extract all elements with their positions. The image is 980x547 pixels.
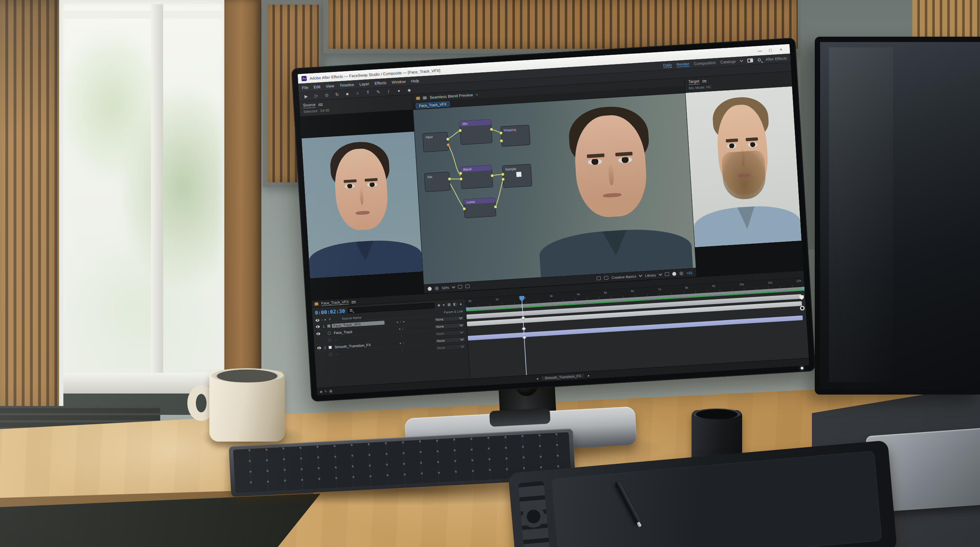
render-icon[interactable]: ◆ bbox=[320, 390, 323, 393]
zoom-tool[interactable]: ⊙ bbox=[324, 92, 330, 98]
menu-window[interactable]: Window bbox=[392, 80, 406, 84]
menu-file[interactable]: File bbox=[302, 85, 309, 90]
graph-editor-icon[interactable]: ▲ bbox=[459, 302, 463, 306]
current-timecode[interactable]: 0:00:02:30 bbox=[315, 308, 345, 315]
stopwatch-icon[interactable] bbox=[328, 332, 331, 335]
parent-dropdown[interactable]: None bbox=[434, 329, 465, 336]
preview-panel-title[interactable]: Seamless Blend Preview bbox=[430, 92, 473, 99]
menu-help[interactable]: Help bbox=[411, 78, 419, 83]
preview-panel-close-icon[interactable]: × bbox=[476, 92, 478, 97]
eye-icon[interactable] bbox=[315, 326, 320, 328]
layer-color-swatch[interactable] bbox=[328, 346, 332, 349]
brush-tool[interactable]: ● bbox=[396, 88, 402, 93]
type-tool[interactable]: T bbox=[365, 90, 371, 95]
grid-toggle-icon[interactable] bbox=[465, 285, 470, 288]
layer-switches[interactable]: / bbox=[387, 348, 417, 353]
maximize-button[interactable]: □ bbox=[765, 48, 776, 53]
ruler-label: 10s bbox=[739, 283, 744, 286]
parent-link-column[interactable]: Parent & Link bbox=[444, 310, 463, 314]
mask-tool[interactable]: ◆ bbox=[406, 87, 412, 93]
source-viewport[interactable] bbox=[300, 110, 424, 300]
layer-switches[interactable]: ●/ bbox=[387, 326, 415, 332]
brush-icon[interactable]: ✎ bbox=[325, 390, 327, 393]
panel-layout-icon[interactable] bbox=[748, 58, 754, 62]
mask-toggle-icon[interactable] bbox=[458, 285, 463, 289]
chevron-down-icon[interactable] bbox=[452, 285, 455, 288]
source-panel-tab[interactable]: Source bbox=[303, 102, 316, 108]
stopwatch-icon[interactable] bbox=[329, 353, 332, 356]
snapshot-icon[interactable] bbox=[604, 276, 609, 280]
library-select[interactable]: Library bbox=[645, 273, 656, 277]
shy-layers-icon[interactable] bbox=[799, 295, 804, 300]
eye-icon[interactable] bbox=[317, 347, 321, 350]
layer-switches[interactable]: ●/ bbox=[387, 340, 416, 346]
menu-edit[interactable]: Edit bbox=[313, 84, 320, 89]
parent-dropdown[interactable]: None bbox=[435, 337, 466, 343]
view-layout-icon[interactable] bbox=[665, 272, 670, 276]
exposure-icon[interactable] bbox=[672, 272, 676, 276]
menu-layer[interactable]: Layer bbox=[359, 81, 369, 86]
layer-switches[interactable]: / bbox=[387, 333, 416, 339]
panel-menu-icon[interactable] bbox=[702, 80, 706, 83]
eye-icon[interactable] bbox=[316, 332, 320, 336]
frame-blend-icon[interactable]: ▦ bbox=[447, 302, 451, 307]
layer-color-swatch[interactable] bbox=[327, 324, 331, 328]
composition-flowchart-icon[interactable]: ◆ bbox=[437, 303, 440, 307]
target-viewport[interactable] bbox=[686, 86, 803, 276]
status-prev-icon[interactable]: ◂ bbox=[536, 377, 538, 380]
preview-viewport[interactable]: Input Mix Mapping Set Blend Sample Luma bbox=[413, 93, 696, 285]
layer-name[interactable]: ··· bbox=[334, 349, 387, 356]
panel-menu-icon[interactable] bbox=[352, 300, 356, 304]
channel-icon[interactable] bbox=[435, 286, 439, 291]
selection-tool[interactable]: ▶ bbox=[303, 94, 309, 99]
comp-tab-face-track-vfx[interactable]: Face_Track_VFX bbox=[415, 101, 450, 109]
draft-3d-icon[interactable]: ● bbox=[443, 303, 445, 307]
color-icon[interactable] bbox=[679, 271, 684, 276]
panel-menu-icon[interactable] bbox=[318, 103, 323, 106]
chevron-down-icon[interactable] bbox=[639, 274, 643, 277]
region-icon[interactable] bbox=[597, 276, 601, 280]
pencil-tool[interactable]: ✎ bbox=[375, 89, 382, 95]
keyframe-icon[interactable] bbox=[521, 326, 526, 331]
rotate-tool[interactable]: ↻ bbox=[334, 92, 340, 97]
half-res-icon[interactable] bbox=[428, 287, 432, 291]
chevron-down-icon[interactable] bbox=[740, 59, 743, 62]
ruler-label: 1s bbox=[495, 298, 498, 301]
target-portrait bbox=[686, 86, 802, 247]
workspace-search-label[interactable]: After Effects bbox=[765, 56, 787, 62]
search-icon[interactable] bbox=[758, 58, 761, 62]
close-button[interactable]: × bbox=[776, 47, 787, 52]
source-name-column[interactable]: Source Name bbox=[333, 315, 361, 321]
menu-effects[interactable]: Effects bbox=[374, 81, 387, 86]
timeline-tab[interactable]: Face_Track_VFX bbox=[321, 300, 349, 306]
chevron-down-icon[interactable] bbox=[659, 272, 662, 276]
workspace-tab-catalogs[interactable]: Catalogs bbox=[720, 59, 736, 64]
resolution-select[interactable]: Creative Basics bbox=[611, 274, 636, 280]
ellipse-tool[interactable]: ○ bbox=[355, 91, 361, 96]
workspace-tab-render[interactable]: Render bbox=[676, 62, 689, 67]
status-comp-label[interactable]: Smooth_Transition_FX bbox=[541, 373, 585, 381]
parent-dropdown[interactable]: None bbox=[435, 343, 466, 350]
layer-name[interactable]: ··· bbox=[332, 335, 385, 342]
node-graph[interactable]: Input Mix Mapping Set Blend Sample Luma bbox=[417, 106, 541, 224]
rectangle-tool[interactable]: ■ bbox=[344, 91, 350, 97]
track-options-icon[interactable] bbox=[800, 305, 805, 310]
parent-dropdown[interactable]: None bbox=[433, 315, 465, 322]
target-panel-tab[interactable]: Target bbox=[688, 79, 699, 85]
direct-selection-tool[interactable]: ▷ bbox=[313, 93, 320, 99]
grid-icon[interactable]: ▦ bbox=[329, 389, 332, 393]
workspace-tab-composition[interactable]: Composition bbox=[694, 60, 716, 66]
layer-switches[interactable]: ●/● bbox=[386, 319, 415, 324]
pen-tool[interactable]: / bbox=[386, 89, 392, 94]
parent-dropdown[interactable]: None bbox=[434, 322, 465, 329]
panel-area: Source Selected · 04:30 bbox=[299, 71, 803, 300]
menu-view[interactable]: View bbox=[326, 84, 334, 88]
minimize-button[interactable]: — bbox=[754, 48, 765, 53]
layer-number: 1 bbox=[321, 324, 326, 329]
menu-timeline[interactable]: Timeline bbox=[339, 82, 354, 87]
motion-blur-icon[interactable]: ◧ bbox=[453, 302, 457, 306]
zoom-level[interactable]: 50% bbox=[442, 286, 449, 290]
status-next-icon[interactable]: ▸ bbox=[587, 373, 590, 377]
workspace-tab-daily[interactable]: Daily bbox=[663, 63, 672, 68]
stopwatch-icon[interactable] bbox=[328, 339, 331, 342]
